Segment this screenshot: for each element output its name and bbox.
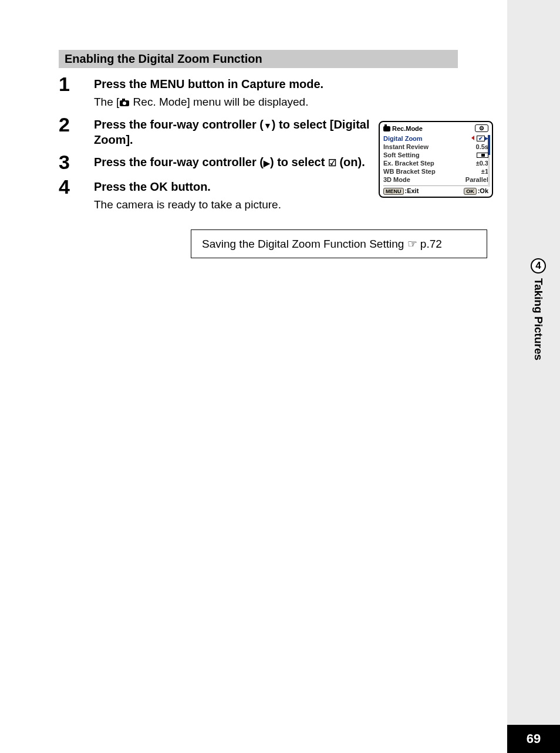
step-title: Press the four-way controller () to sele… [94,117,370,147]
reference-box: Saving the Digital Zoom Function Setting… [191,229,487,258]
side-tab: 4 Taking Pictures [531,258,546,360]
lcd-row-instant-review: Instant Review 0.5s [383,143,488,151]
lcd-title: Rec.Mode [383,125,423,132]
step-title: Press the four-way controller () to sele… [94,154,370,170]
lcd-row-value: Parallel [465,176,488,183]
left-arrow-icon [471,136,474,140]
lcd-footer: MENU:Exit OK:Ok [383,185,488,194]
lcd-row-value: 0.5s [476,143,488,150]
note-suffix: Rec. Mode] menu will be displayed. [130,96,308,108]
menu-button-label: MENU [383,188,404,195]
lcd-settings-tab-icon: ⚙ [475,124,488,132]
lcd-row-ex-bracket: Ex. Bracket Step ±0.3 [383,159,488,167]
svg-point-2 [123,102,126,105]
step-title-part: ) to select [270,156,328,168]
step-1: 1 Press the MENU button in Capture mode.… [59,73,458,110]
step-title-part: (on). [336,156,365,168]
note-prefix: The [ [94,96,119,108]
step-title-part: Press the four-way controller ( [94,156,264,168]
lcd-row-label: Ex. Bracket Step [383,160,434,167]
lcd-row-label: WB Bracket Step [383,168,436,175]
checkbox-on-icon: ✔ [477,136,485,141]
lcd-row-label: Soft Setting [383,151,420,158]
step-number: 4 [59,175,94,197]
step-title-part: Press the four-way controller ( [94,118,264,131]
step-number: 2 [59,113,94,134]
down-arrow-icon [264,118,272,131]
step-number: 3 [59,151,94,172]
lcd-row-3d-mode: 3D Mode Parallel [383,175,488,184]
lcd-title-text: Rec.Mode [392,125,423,132]
slider-icon [477,153,488,158]
camera-icon [383,126,390,131]
step-note: The camera is ready to take a picture. [94,198,458,212]
lcd-row-label: Digital Zoom [383,135,423,142]
page-number: 69 [507,725,560,753]
check-on-icon: ☑ [328,158,336,168]
lcd-row-value: ±0.3 [476,160,488,167]
step-title: Press the MENU button in Capture mode. [94,76,458,92]
ok-action-text: :Ok [478,187,488,194]
lcd-row-label: Instant Review [383,143,429,150]
right-arrow-icon [264,156,270,168]
lcd-row-soft-setting: Soft Setting [383,151,488,159]
lcd-row-wb-bracket: WB Bracket Step ±1 [383,167,488,175]
page-margin-strip [507,0,560,753]
svg-rect-1 [122,99,125,101]
step-number: 1 [59,73,94,94]
lcd-row-label: 3D Mode [383,176,410,183]
ok-button-label: OK [464,188,477,195]
menu-action-text: :Exit [405,187,419,194]
lcd-row-digital-zoom: Digital Zoom ✔▸ [383,134,488,143]
camera-icon [119,99,130,107]
side-tab-text: Taking Pictures [532,278,545,360]
side-tab-number: 4 [531,258,546,273]
section-heading: Enabling the Digital Zoom Function [59,50,458,68]
lcd-scrollbar [488,135,490,187]
step-note: The [ Rec. Mode] menu will be displayed. [94,95,458,110]
lcd-screenshot: Rec.Mode ⚙ Digital Zoom ✔▸ Instant Revie… [379,121,493,198]
